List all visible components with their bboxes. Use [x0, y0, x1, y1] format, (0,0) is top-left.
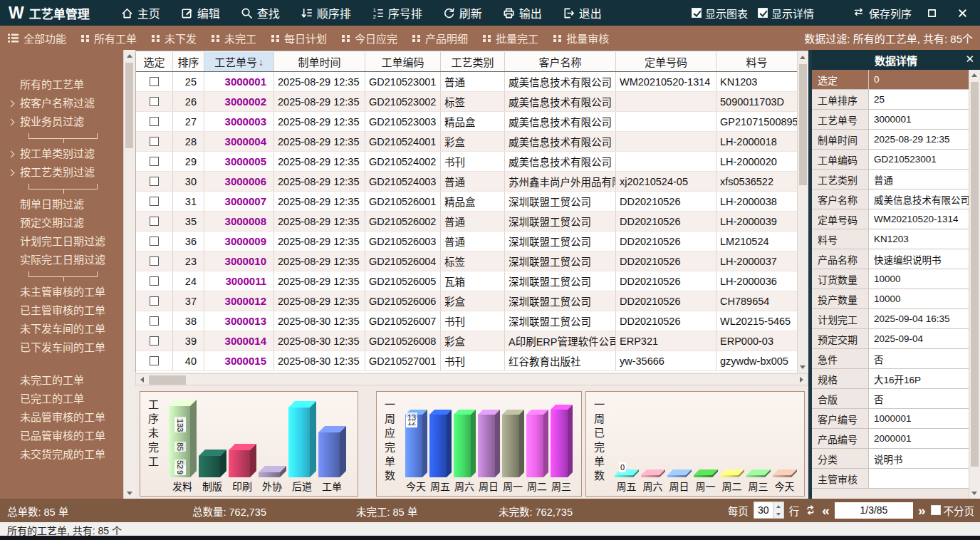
- no-paging-checkbox[interactable]: [931, 505, 941, 515]
- table-row[interactable]: 2530000012025-08-29 12:35GD210523001普通威美…: [136, 72, 808, 92]
- sidebar-item[interactable]: 预定交期过滤: [0, 214, 123, 232]
- sidebar-item[interactable]: 未完工的工单: [0, 371, 123, 390]
- function-item-2[interactable]: 所有工单: [73, 28, 144, 48]
- sidebar-item[interactable]: 按工单类别过滤: [0, 145, 123, 163]
- detail-scrollbar[interactable]: [969, 70, 980, 499]
- row-checkbox[interactable]: [150, 77, 159, 86]
- sidebar-item[interactable]: 未品管审核的工单: [0, 408, 123, 427]
- sidebar-item[interactable]: 按客户名称过滤: [0, 94, 123, 113]
- row-select-cell: [136, 271, 173, 291]
- sidebar-item[interactable]: 按工艺类别过滤: [0, 163, 123, 182]
- function-item-1[interactable]: 全部功能: [0, 28, 73, 48]
- maximize-button[interactable]: [922, 6, 942, 21]
- row-checkbox[interactable]: [150, 177, 159, 186]
- toolbar-item-7[interactable]: 输出: [494, 1, 550, 24]
- toolbar-item-8[interactable]: 退出: [554, 1, 610, 24]
- checkbox-icon[interactable]: [692, 8, 702, 18]
- save-column-order-button[interactable]: 保存列序: [853, 6, 912, 21]
- detail-close-icon[interactable]: ✕: [965, 53, 974, 66]
- row-checkbox[interactable]: [150, 237, 159, 246]
- toolbar-item-5[interactable]: 12序号排: [363, 1, 430, 24]
- per-page-value[interactable]: 30: [754, 502, 773, 518]
- spinner-down-button[interactable]: [773, 510, 783, 518]
- row-checkbox[interactable]: [150, 137, 159, 146]
- chart-category-label: 周六: [452, 479, 476, 493]
- sidebar-item[interactable]: 已主管审核的工单: [0, 301, 123, 320]
- sidebar-scrollbar[interactable]: [123, 50, 135, 499]
- table-row[interactable]: 2430000112025-08-29 12:35GD210526005瓦箱深圳…: [136, 271, 808, 291]
- sidebar-item[interactable]: 实际完工日期过滤: [0, 251, 123, 269]
- column-header-type[interactable]: 工艺类别: [441, 52, 505, 71]
- function-item-5[interactable]: 每日计划: [264, 28, 334, 48]
- row-checkbox[interactable]: [150, 117, 159, 126]
- page-indicator[interactable]: 1/3/85: [835, 502, 913, 519]
- next-page-button[interactable]: »: [918, 504, 926, 517]
- column-header-item[interactable]: 料号: [716, 52, 798, 71]
- table-row[interactable]: 3130000072025-08-29 12:35GD210526001精品盒深…: [136, 192, 808, 212]
- column-header-code[interactable]: 工单编码: [365, 52, 441, 71]
- table-row[interactable]: 2930000052025-08-29 12:35GD210524002书刊威美…: [136, 152, 808, 172]
- function-item-8[interactable]: 批量完工: [475, 28, 546, 48]
- toolbar-item-3[interactable]: 查找: [232, 1, 288, 24]
- table-row[interactable]: 3930000142025-08-30 12:35GD210526008彩盒A印…: [136, 331, 808, 351]
- row-checkbox[interactable]: [150, 296, 159, 306]
- row-checkbox[interactable]: [150, 217, 159, 226]
- row-checkbox[interactable]: [150, 256, 159, 266]
- toggle-2[interactable]: 显示详情: [758, 6, 814, 21]
- row-checkbox[interactable]: [150, 336, 159, 346]
- sidebar-item[interactable]: 所有的工艺单: [0, 76, 123, 94]
- column-header-po[interactable]: 定单号码: [616, 52, 716, 71]
- column-header-sel[interactable]: 选定: [136, 52, 173, 71]
- sidebar-item[interactable]: 已完工的工单: [0, 390, 123, 408]
- close-button[interactable]: [952, 6, 973, 21]
- toggle-1[interactable]: 显示图表: [692, 6, 748, 21]
- row-checkbox[interactable]: [150, 356, 159, 365]
- table-row[interactable]: 2330000102025-08-29 12:35GD210526004标签深圳…: [136, 251, 808, 271]
- table-vertical-scrollbar[interactable]: [797, 52, 808, 373]
- table-row[interactable]: 3630000092025-08-29 12:35GD210526003普通深圳…: [136, 232, 808, 251]
- sidebar-item[interactable]: 已下发车间的工单: [0, 338, 123, 357]
- toolbar-item-6[interactable]: 刷新: [434, 1, 490, 24]
- sidebar-item[interactable]: 未主管审核的工单: [0, 283, 123, 301]
- table-row[interactable]: 2730000032025-08-29 12:35GD210523003精品盒威…: [136, 112, 808, 132]
- table-row[interactable]: 3730000122025-08-29 12:35GD210526006彩盒深圳…: [136, 291, 808, 311]
- sidebar-item[interactable]: 已品管审核的工单: [0, 427, 123, 445]
- sidebar-item[interactable]: 按业务员过滤: [0, 113, 123, 131]
- per-page-spinner[interactable]: 30: [754, 502, 784, 519]
- column-header-order[interactable]: 排序: [173, 52, 204, 71]
- column-header-customer[interactable]: 客户名称: [505, 52, 616, 71]
- row-checkbox[interactable]: [150, 157, 159, 166]
- chart-category-label: 今天: [771, 479, 798, 493]
- sidebar-item[interactable]: 未下发车间的工单: [0, 320, 123, 338]
- checkbox-icon[interactable]: [758, 8, 768, 18]
- row-checkbox[interactable]: [150, 276, 159, 286]
- table-row[interactable]: 3530000082025-08-29 12:35GD210526002普通深圳…: [136, 212, 808, 232]
- sidebar-item[interactable]: 未交货完成的工单: [0, 445, 123, 464]
- no-paging-toggle[interactable]: 不分页: [931, 503, 975, 518]
- function-item-3[interactable]: 未下发: [144, 28, 204, 48]
- column-header-time[interactable]: 制单时间: [274, 52, 365, 71]
- function-item-9[interactable]: 批量审核: [546, 28, 616, 48]
- table-row[interactable]: 2630000022025-08-29 12:35GD210523002标签威美…: [136, 92, 808, 112]
- spinner-up-button[interactable]: [773, 502, 783, 510]
- table-horizontal-scrollbar[interactable]: [135, 373, 808, 385]
- toolbar-item-4[interactable]: 顺序排: [292, 1, 359, 24]
- row-checkbox[interactable]: [150, 197, 159, 206]
- function-item-4[interactable]: 未完工: [204, 28, 264, 48]
- prev-page-button[interactable]: «: [822, 504, 830, 517]
- toolbar-item-2[interactable]: 编辑: [172, 1, 228, 24]
- row-checkbox[interactable]: [150, 97, 159, 106]
- function-item-7[interactable]: 产品明细: [405, 28, 475, 48]
- table-row[interactable]: 3830000132025-08-30 12:35GD210526007书刊深圳…: [136, 311, 808, 331]
- sidebar-item[interactable]: 制单日期过滤: [0, 195, 123, 214]
- table-row[interactable]: 4030000152025-08-30 12:35GD210527001书刊红谷…: [136, 351, 808, 371]
- table-row[interactable]: 2830000042025-08-29 12:35GD210524001彩盒威美…: [136, 132, 808, 152]
- row-checkbox[interactable]: [150, 316, 159, 326]
- chart-bar: [746, 469, 771, 477]
- sidebar-item[interactable]: 计划完工日期过滤: [0, 232, 123, 251]
- column-header-no[interactable]: 工艺单号↓: [204, 52, 274, 71]
- function-item-6[interactable]: 今日应完: [334, 28, 405, 48]
- reload-page-icon[interactable]: [804, 504, 817, 516]
- toolbar-item-1[interactable]: 主页: [113, 1, 168, 24]
- table-row[interactable]: 3030000062025-08-29 12:35GD210524003普通苏州…: [136, 172, 808, 192]
